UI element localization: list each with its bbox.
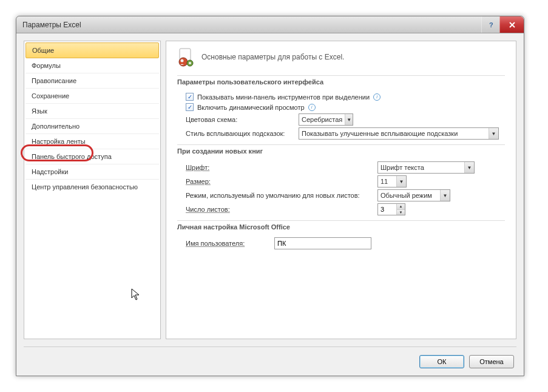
chevron-down-icon: ▼ [440, 190, 450, 201]
tooltip-style-label: Стиль всплывающих подсказок: [186, 130, 295, 137]
font-dropdown[interactable]: Шрифт текста ▼ [377, 161, 475, 174]
dialog-footer: ОК Отмена [24, 346, 516, 376]
checkbox-live-preview[interactable]: ✓ [186, 103, 194, 111]
size-dropdown[interactable]: 11 ▼ [377, 175, 407, 188]
heading-text: Основные параметры для работы с Excel. [201, 53, 344, 61]
options-panel: Основные параметры для работы с Excel. П… [166, 41, 516, 339]
sidebar-item-advanced[interactable]: Дополнительно [25, 119, 159, 134]
sidebar-item-customize-ribbon[interactable]: Настройка ленты [25, 134, 159, 149]
sidebar-item-general[interactable]: Общие [25, 42, 159, 58]
color-scheme-label: Цветовая схема: [186, 116, 295, 123]
window-title: Параметры Excel [22, 21, 481, 29]
default-view-label: Режим, используемый по умолчанию для нов… [186, 192, 374, 199]
spinner-down-icon[interactable]: ▼ [397, 210, 405, 215]
username-input[interactable] [274, 237, 371, 249]
chevron-down-icon: ▼ [396, 176, 406, 187]
sidebar-item-trust-center[interactable]: Центр управления безопасностью [25, 180, 159, 194]
titlebar[interactable]: Параметры Excel ? [16, 16, 524, 33]
default-view-dropdown[interactable]: Обычный режим ▼ [377, 189, 450, 201]
help-button[interactable]: ? [481, 16, 499, 33]
font-label: Шрифт: [186, 164, 374, 171]
category-sidebar: Общие Формулы Правописание Сохранение Яз… [24, 41, 161, 339]
section-ui-title: Параметры пользовательского интерфейса [177, 75, 505, 90]
sidebar-item-addins[interactable]: Надстройки [25, 164, 159, 180]
heading-icon [177, 47, 197, 67]
checkbox-live-preview-label: Включить динамический просмотр [197, 104, 305, 111]
sheet-count-input[interactable] [378, 204, 396, 215]
section-personal-title: Личная настройка Microsoft Office [177, 220, 505, 235]
svg-text:?: ? [489, 21, 493, 29]
color-scheme-dropdown[interactable]: Серебристая ▼ [299, 113, 353, 126]
sheet-count-spinner[interactable]: ▲ ▼ [377, 203, 405, 215]
sidebar-item-save[interactable]: Сохранение [25, 89, 159, 104]
info-icon[interactable]: i [308, 104, 316, 111]
chevron-down-icon: ▼ [345, 114, 353, 125]
chevron-down-icon: ▼ [489, 128, 498, 139]
svg-point-5 [189, 62, 191, 64]
username-label: Имя пользователя: [186, 240, 271, 247]
svg-point-3 [181, 59, 184, 63]
checkbox-mini-toolbar-label: Показывать мини-панель инструментов при … [197, 93, 370, 101]
info-icon[interactable]: i [373, 93, 381, 101]
tooltip-style-dropdown[interactable]: Показывать улучшенные всплывающие подска… [299, 127, 499, 140]
checkbox-mini-toolbar[interactable]: ✓ [186, 93, 194, 101]
spinner-up-icon[interactable]: ▲ [397, 204, 405, 210]
size-label: Размер: [186, 178, 374, 185]
section-newbook-title: При создании новых книг [177, 144, 505, 160]
ok-button[interactable]: ОК [419, 355, 464, 368]
sidebar-item-proofing[interactable]: Правописание [25, 73, 159, 89]
sheet-count-label: Число листов: [186, 206, 374, 213]
chevron-down-icon: ▼ [464, 162, 474, 173]
sidebar-item-quick-access[interactable]: Панель быстрого доступа [25, 149, 159, 164]
close-button[interactable] [499, 16, 524, 33]
cancel-button[interactable]: Отмена [469, 355, 514, 368]
options-dialog: Параметры Excel ? Общие Формулы Правопис… [16, 16, 524, 376]
sidebar-item-language[interactable]: Язык [25, 104, 159, 119]
sidebar-item-formulas[interactable]: Формулы [25, 58, 159, 73]
